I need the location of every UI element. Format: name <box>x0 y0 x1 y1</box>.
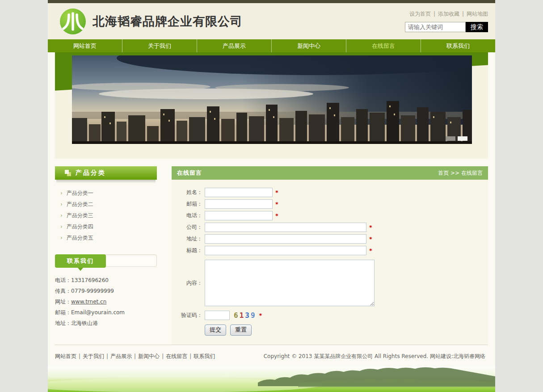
squares-icon <box>65 170 71 176</box>
content-label: 内容： <box>172 279 205 287</box>
footer-link-contact[interactable]: 联系我们 <box>194 353 215 359</box>
product-category-title: 产品分类 <box>76 169 106 177</box>
main-nav: 网站首页 关于我们 产品展示 新闻中心 在线留言 联系我们 <box>48 39 495 52</box>
search-button[interactable]: 搜索 <box>466 22 488 32</box>
page: 北海韬睿品牌企业有限公司 设为首页|添加收藏|网站地图 搜索 网站首页 关于我们… <box>48 0 495 392</box>
email-input[interactable] <box>205 199 273 209</box>
category-list: ›产品分类一 ›产品分类二 ›产品分类三 ›产品分类四 ›产品分类五 <box>55 188 157 244</box>
contact-us-tab[interactable]: 联系我们 <box>55 254 106 268</box>
contact-phone: 电话：13317696260 <box>55 275 157 286</box>
form-buttons: 提交 重置 <box>205 325 488 336</box>
nav-item-products[interactable]: 产品展示 <box>197 39 272 52</box>
footer-link-home[interactable]: 网站首页 <box>55 353 76 359</box>
required-mark: * <box>369 247 372 254</box>
content-textarea[interactable] <box>205 260 375 306</box>
guestbook-form: 姓名： * 邮箱： * 电话： * 公司： * <box>172 180 488 345</box>
search-bar: 搜索 <box>405 22 488 32</box>
phone-label: 电话： <box>172 212 205 219</box>
breadcrumb[interactable]: 首页 >> 在线留言 <box>438 169 483 177</box>
nav-item-news[interactable]: 新闻中心 <box>272 39 346 52</box>
form-row-subject: 标题： * <box>172 246 488 255</box>
company-input[interactable] <box>205 223 366 232</box>
required-mark: * <box>369 236 372 242</box>
nav-item-guestbook[interactable]: 在线留言 <box>346 39 421 52</box>
top-strip <box>48 0 495 3</box>
form-row-company: 公司： * <box>172 223 488 232</box>
product-category-header: 产品分类 <box>55 166 157 180</box>
nav-item-home[interactable]: 网站首页 <box>48 39 122 52</box>
arrow-right-icon: › <box>60 223 63 230</box>
footer-links: 网站首页|关于我们|产品展示|新闻中心|在线留言|联系我们 <box>55 353 215 360</box>
site-header: 北海韬睿品牌企业有限公司 设为首页|添加收藏|网站地图 搜索 <box>48 3 495 39</box>
slider-dot-1[interactable] <box>446 136 455 141</box>
website-link[interactable]: www.trnet.cn <box>71 299 106 305</box>
separator: | <box>162 353 164 359</box>
submit-button[interactable]: 提交 <box>205 325 226 336</box>
required-mark: * <box>275 189 278 196</box>
arrow-right-icon: › <box>60 212 63 219</box>
category-item-2[interactable]: ›产品分类二 <box>60 199 157 210</box>
separator: | <box>462 11 464 17</box>
copyright: Copyright © 2013 某某某品牌企业有限公司 All Rights … <box>264 353 488 360</box>
footer-link-guestbook[interactable]: 在线留言 <box>166 353 187 359</box>
form-row-address: 地址： * <box>172 234 488 244</box>
main-column: 在线留言 首页 >> 在线留言 姓名： * 邮箱： * 电话： * <box>172 166 488 345</box>
grass-footer-image <box>48 367 495 392</box>
sitemap-link[interactable]: 网站地图 <box>467 11 488 17</box>
contact-address: 地址：北海铁山港 <box>55 318 157 329</box>
contact-email: 邮箱：Email@yourain.com <box>55 307 157 318</box>
address-input[interactable] <box>205 234 366 244</box>
arrow-right-icon: › <box>60 201 63 207</box>
name-input[interactable] <box>205 188 273 197</box>
captcha-code[interactable]: 6139 <box>234 311 257 320</box>
form-row-phone: 电话： * <box>172 211 488 220</box>
captcha-input[interactable] <box>205 311 230 320</box>
company-label: 公司： <box>172 223 205 231</box>
footer-link-news[interactable]: 新闻中心 <box>138 353 160 359</box>
slider-indicators <box>446 136 467 141</box>
nav-item-contact[interactable]: 联系我们 <box>421 39 495 52</box>
slider-dot-2[interactable] <box>458 136 467 141</box>
category-item-4[interactable]: ›产品分类四 <box>60 221 157 232</box>
subject-label: 标题： <box>172 247 205 254</box>
quick-links: 设为首页|添加收藏|网站地图 <box>405 10 488 18</box>
header-right: 设为首页|添加收藏|网站地图 搜索 <box>405 10 488 32</box>
name-label: 姓名： <box>172 189 205 196</box>
footer-link-about[interactable]: 关于我们 <box>83 353 104 359</box>
contact-header-bar: 联系我们 <box>55 254 157 267</box>
contact-fax: 传真：0779-99999999 <box>55 286 157 296</box>
form-row-content: 内容： <box>172 260 488 306</box>
separator: | <box>106 353 108 359</box>
footer-link-products[interactable]: 产品展示 <box>110 353 132 359</box>
content-area: 产品分类 ›产品分类一 ›产品分类二 ›产品分类三 ›产品分类四 ›产品分类五 … <box>48 159 495 345</box>
category-item-3[interactable]: ›产品分类三 <box>60 210 157 221</box>
footer: 网站首页|关于我们|产品展示|新闻中心|在线留言|联系我们 Copyright … <box>55 345 488 367</box>
banner-slider-image <box>72 55 472 144</box>
required-mark: * <box>259 312 262 319</box>
form-row-captcha: 验证码： 6139 * <box>172 311 488 320</box>
set-homepage-link[interactable]: 设为首页 <box>409 11 431 17</box>
category-item-1[interactable]: ›产品分类一 <box>60 188 157 199</box>
phone-input[interactable] <box>205 211 273 220</box>
email-label: 邮箱： <box>172 200 205 208</box>
separator: | <box>134 353 136 359</box>
reset-button[interactable]: 重置 <box>230 325 252 336</box>
subject-input[interactable] <box>205 246 366 255</box>
section-header: 在线留言 首页 >> 在线留言 <box>172 166 488 180</box>
banner-section <box>55 52 488 159</box>
arrow-right-icon: › <box>60 235 63 241</box>
category-item-5[interactable]: ›产品分类五 <box>60 232 157 244</box>
required-mark: * <box>275 201 278 207</box>
page-title: 在线留言 <box>177 169 202 177</box>
sidebar: 产品分类 ›产品分类一 ›产品分类二 ›产品分类三 ›产品分类四 ›产品分类五 … <box>55 166 157 345</box>
nav-item-about[interactable]: 关于我们 <box>122 39 197 52</box>
separator: | <box>434 11 435 17</box>
add-favorite-link[interactable]: 添加收藏 <box>438 11 459 17</box>
company-name: 北海韬睿品牌企业有限公司 <box>93 13 243 30</box>
contact-website: 网址：www.trnet.cn <box>55 296 157 307</box>
search-input[interactable] <box>405 22 466 32</box>
form-row-name: 姓名： * <box>172 188 488 197</box>
company-logo-icon <box>59 8 86 35</box>
address-label: 地址： <box>172 235 205 243</box>
required-mark: * <box>275 212 278 219</box>
